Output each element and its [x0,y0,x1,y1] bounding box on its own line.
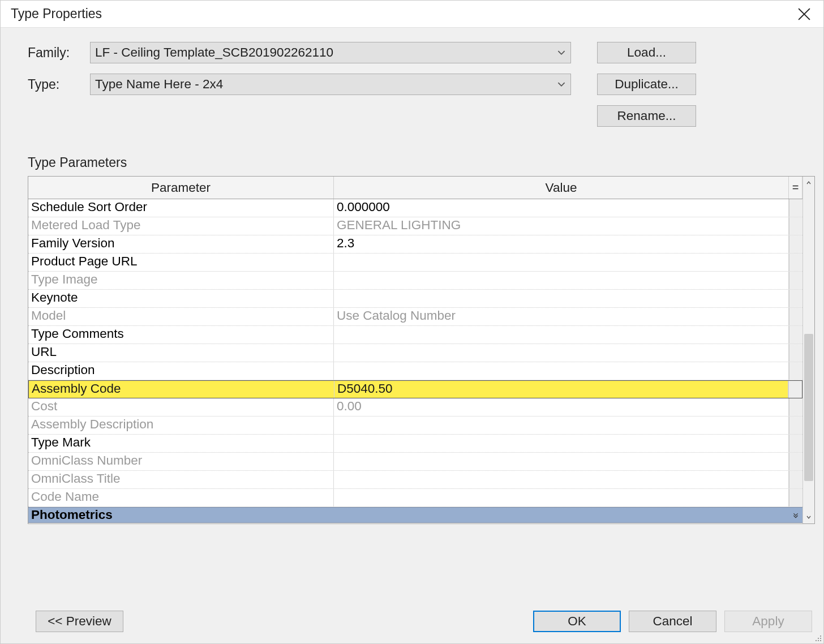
value-cell[interactable] [334,435,789,452]
header-equals: = [789,177,802,199]
eq-cell [789,489,802,506]
eq-cell [789,308,802,325]
scrollbar[interactable] [802,177,814,523]
value-cell[interactable] [334,362,789,380]
table-row[interactable]: Description [28,362,802,380]
header-parameter: Parameter [28,177,334,199]
param-cell: URL [28,344,334,362]
cancel-button[interactable]: Cancel [629,611,716,632]
param-cell: Type Comments [28,326,334,344]
dialog-footer: << Preview OK Cancel Apply [28,611,812,632]
value-cell[interactable] [334,344,789,362]
ok-button[interactable]: OK [533,611,621,632]
eq-cell [789,272,802,289]
eq-cell [789,471,802,488]
table-header-row: Parameter Value = [28,177,802,199]
param-cell: Keynote [28,290,334,307]
value-cell[interactable] [334,453,789,470]
eq-cell [789,217,802,235]
scroll-down-icon[interactable] [803,511,814,523]
param-cell: Type Mark [28,435,334,452]
rename-button[interactable]: Rename... [597,105,696,127]
value-cell[interactable] [334,290,789,307]
value-cell[interactable]: 2.3 [334,235,789,253]
type-label: Type: [28,77,90,92]
value-cell[interactable] [334,489,789,506]
table-row[interactable]: Type Comments [28,326,802,344]
eq-cell [789,417,802,434]
value-cell[interactable]: Use Catalog Number [334,308,789,325]
param-cell: Model [28,308,334,325]
value-cell[interactable]: 0.00 [334,398,789,416]
table-row[interactable]: Assembly Description [28,417,802,435]
table-row[interactable]: Assembly CodeD5040.50 [28,380,802,398]
param-cell: OmniClass Number [28,453,334,470]
param-cell: Cost [28,398,334,416]
value-cell[interactable] [334,417,789,434]
param-cell: Code Name [28,489,334,506]
duplicate-button[interactable]: Duplicate... [597,74,696,95]
type-dropdown[interactable]: Type Name Here - 2x4 [90,74,571,95]
eq-cell [789,398,802,416]
table-row[interactable]: OmniClass Title [28,471,802,489]
titlebar: Type Properties [1,1,823,27]
apply-button: Apply [724,611,812,632]
param-cell: Assembly Code [29,381,334,398]
family-label: Family: [28,45,90,61]
param-cell: Schedule Sort Order [28,199,334,217]
table-row[interactable]: Keynote [28,290,802,308]
value-cell[interactable] [334,471,789,488]
param-cell: Family Version [28,235,334,253]
dialog-content: Family: LF - Ceiling Template_SCB2019022… [1,27,823,644]
param-cell: Assembly Description [28,417,334,434]
value-cell[interactable] [334,272,789,289]
type-parameters-label: Type Parameters [28,155,815,170]
table-row[interactable]: URL [28,344,802,362]
table-row[interactable]: Type Image [28,272,802,290]
table-row[interactable]: OmniClass Number [28,453,802,471]
eq-cell [789,435,802,452]
eq-cell [789,199,802,217]
scrollbar-thumb[interactable] [804,334,813,481]
param-cell: Metered Load Type [28,217,334,235]
param-cell: Product Page URL [28,254,334,271]
value-cell[interactable] [334,326,789,344]
param-cell: OmniClass Title [28,471,334,488]
group-label: Photometrics [28,508,113,522]
table-row[interactable]: Product Page URL [28,254,802,272]
dialog-title: Type Properties [11,6,102,21]
family-dropdown[interactable]: LF - Ceiling Template_SCB201902262110 [90,42,571,63]
table-row[interactable]: Type Mark [28,435,802,453]
chevron-collapse-icon[interactable] [789,508,799,522]
load-button[interactable]: Load... [597,42,696,63]
eq-cell [789,326,802,344]
family-value: LF - Ceiling Template_SCB201902262110 [90,42,571,63]
value-cell[interactable] [334,254,789,271]
parameters-grid: Parameter Value = Schedule Sort Order0.0… [28,176,815,524]
table-row[interactable]: Code Name [28,489,802,507]
eq-cell [789,453,802,470]
eq-cell [789,344,802,362]
eq-cell [789,362,802,380]
eq-cell [788,381,802,398]
param-cell: Description [28,362,334,380]
value-cell[interactable]: D5040.50 [334,381,788,398]
table-row[interactable]: Cost0.00 [28,398,802,417]
scrollbar-track[interactable] [803,189,814,511]
table-row[interactable]: Family Version2.3 [28,235,802,254]
type-value: Type Name Here - 2x4 [90,74,571,95]
eq-cell [789,235,802,253]
close-icon[interactable] [796,6,812,22]
table-row[interactable]: Schedule Sort Order0.000000 [28,199,802,217]
table-row[interactable]: Metered Load TypeGENERAL LIGHTING [28,217,802,235]
value-cell[interactable]: 0.000000 [334,199,789,217]
scroll-up-icon[interactable] [803,177,814,189]
eq-cell [789,290,802,307]
eq-cell [789,254,802,271]
resize-grip-icon[interactable] [814,634,822,642]
table-row[interactable]: ModelUse Catalog Number [28,308,802,326]
group-header-row[interactable]: Photometrics [28,507,802,523]
param-cell: Type Image [28,272,334,289]
preview-button[interactable]: << Preview [36,611,123,632]
value-cell[interactable]: GENERAL LIGHTING [334,217,789,235]
